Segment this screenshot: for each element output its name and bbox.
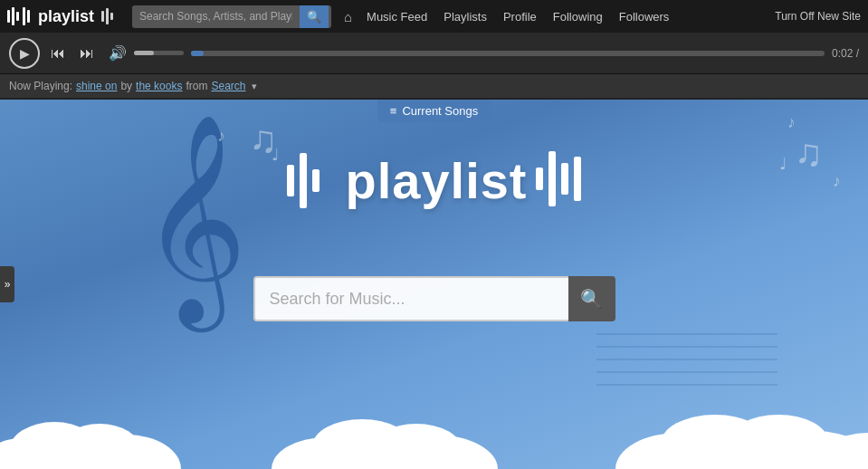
nav-playlists[interactable]: Playlists [436,6,494,27]
svg-point-30 [729,415,828,469]
svg-point-25 [652,426,833,469]
center-search-icon: 🔍 [580,288,603,310]
svg-rect-3 [27,10,30,23]
logo-icon [7,6,33,26]
svg-point-16 [0,437,77,469]
svg-point-29 [661,415,769,469]
music-note-4: ♪ [787,113,796,132]
svg-point-19 [59,424,140,469]
center-logo-icon [287,151,337,210]
clouds-decoration [0,397,868,469]
center-search-input[interactable] [253,276,568,321]
top-navigation: playlist 🔍 ⌂ Music Feed Playlists Profil… [0,0,868,33]
svg-rect-1 [12,7,14,25]
treble-clef-decoration: 𝄞 [140,127,247,308]
now-playing-by: by [120,80,132,92]
svg-point-15 [0,428,154,469]
dropdown-arrow-icon[interactable]: ▾ [252,81,257,92]
svg-rect-4 [23,7,25,25]
center-logo: playlist [287,149,582,212]
center-logo-text: playlist [346,151,528,210]
music-note-7: ♪ [833,172,841,191]
now-playing-label: Now Playing: [9,80,72,92]
svg-rect-8 [287,165,294,196]
svg-rect-7 [110,13,113,20]
svg-rect-0 [7,10,10,23]
nav-following[interactable]: Following [546,6,610,27]
top-search-bar: 🔍 [132,5,331,28]
top-search-button[interactable]: 🔍 [300,5,329,28]
svg-rect-11 [536,168,543,190]
top-search-input[interactable] [132,6,300,26]
now-playing-source[interactable]: Search [211,80,245,92]
now-playing-from: from [186,80,207,92]
svg-point-17 [72,435,181,469]
nav-links: ⌂ Music Feed Playlists Profile Following… [339,5,768,28]
current-songs-icon: ≡ [390,104,397,118]
logo-area: playlist [7,6,125,26]
music-note-1: ♪ [217,127,225,146]
side-toggle-icon: » [5,278,11,291]
progress-container: 0:02 / [191,47,859,60]
nav-music-feed[interactable]: Music Feed [359,6,434,27]
center-search-button[interactable]: 🔍 [568,276,615,321]
svg-point-20 [308,431,453,469]
center-search-area: 🔍 [253,276,615,321]
logo-text: playlist [38,7,94,26]
side-toggle-button[interactable]: » [0,266,14,302]
music-note-6: ♩ [779,154,787,174]
next-button[interactable]: ⏭ [76,42,98,65]
play-button[interactable]: ▶ [9,38,40,69]
svg-rect-10 [312,169,320,192]
svg-rect-12 [548,151,556,206]
staff-lines-decoration [596,333,777,397]
current-songs-button[interactable]: ≡ Current Songs [377,100,491,122]
svg-rect-13 [561,163,568,195]
previous-button[interactable]: ⏮ [47,42,69,65]
progress-bar[interactable] [191,51,825,56]
svg-rect-6 [106,8,109,24]
current-songs-label: Current Songs [402,104,478,118]
progress-fill [191,51,204,56]
main-content: ≡ Current Songs » 𝄞 ♪ ♫ ♩ ♪ ♫ ♩ ♪ playli… [0,100,868,469]
svg-point-18 [9,422,100,469]
turn-off-link[interactable]: Turn Off New Site [775,10,861,23]
now-playing-bar: Now Playing: shine on by the kooks from … [0,74,868,100]
home-icon[interactable]: ⌂ [339,5,358,28]
svg-point-26 [615,433,742,469]
volume-bar[interactable] [134,51,184,55]
music-note-2: ♫ [249,118,278,161]
now-playing-song[interactable]: shine on [76,80,117,92]
music-note-5: ♫ [795,131,824,175]
player-bar: ▶ ⏮ ⏭ 🔊 0:02 / [0,33,868,74]
nav-profile[interactable]: Profile [496,6,544,27]
svg-rect-9 [300,153,307,208]
volume-icon: 🔊 [109,44,127,62]
now-playing-artist[interactable]: the kooks [136,80,182,92]
svg-point-24 [371,424,462,469]
svg-point-28 [814,433,868,469]
svg-rect-14 [574,157,581,201]
center-logo-right-icon [536,149,581,212]
svg-point-27 [751,431,868,469]
svg-point-23 [312,419,412,469]
svg-rect-2 [16,12,19,21]
svg-rect-5 [101,11,104,22]
volume-fill [134,51,154,55]
svg-point-22 [371,435,498,469]
svg-point-21 [272,437,380,469]
music-note-3: ♩ [272,145,279,165]
time-display: 0:02 / [832,47,859,60]
nav-followers[interactable]: Followers [612,6,677,27]
